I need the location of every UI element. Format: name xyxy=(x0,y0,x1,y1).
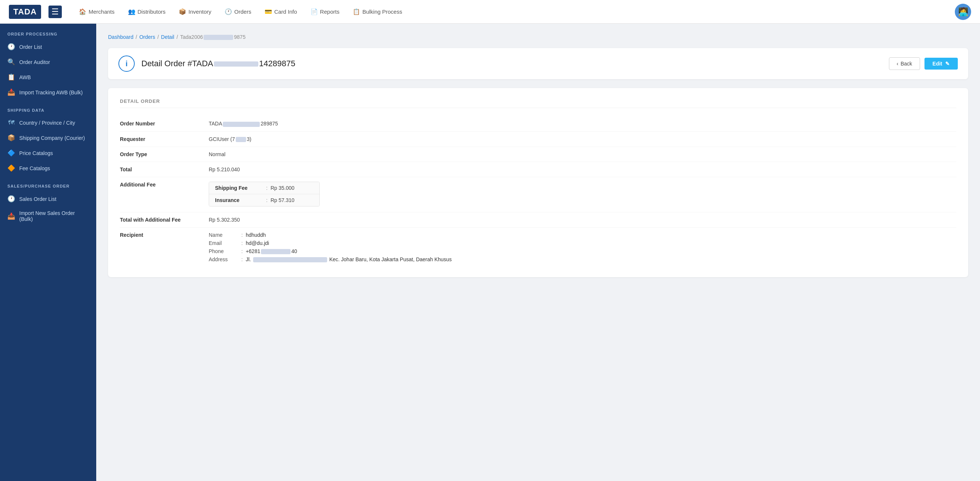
recipient-email-row: Email : hd@du.jdi xyxy=(209,240,956,246)
label-order-type: Order Type xyxy=(120,151,209,157)
detail-row-order-type: Order Type Normal xyxy=(120,147,956,162)
country-province-city-label: Country / Province / City xyxy=(19,120,75,126)
reports-icon: 📄 xyxy=(310,8,318,15)
breadcrumb: Dashboard / Orders / Detail / Tada200698… xyxy=(108,34,968,40)
price-catalogs-label: Price Catalogs xyxy=(19,150,53,156)
topnav-link-distributors[interactable]: 👥Distributors xyxy=(123,5,171,18)
topnav-link-card-info[interactable]: 💳Card Info xyxy=(259,5,302,18)
layout: ORDER PROCESSING🕐Order List🔍Order Audito… xyxy=(0,24,980,481)
inventory-icon: 📦 xyxy=(179,8,186,15)
sidebar: ORDER PROCESSING🕐Order List🔍Order Audito… xyxy=(0,24,96,481)
detail-row-additional-fee: Additional Fee Shipping Fee : Rp 35.000 … xyxy=(120,177,956,213)
recipient-address-val: Jl. Kec. Johar Baru, Kota Jakarta Pusat,… xyxy=(246,256,452,262)
hamburger-button[interactable]: ☰ xyxy=(48,6,62,18)
value-requester: GCIUser (73) xyxy=(209,136,956,142)
fee-sep-1: : xyxy=(266,185,267,191)
main-content: Dashboard / Orders / Detail / Tada200698… xyxy=(96,24,980,481)
orders-label: Orders xyxy=(234,8,251,15)
recipient-phone-row: Phone : +628140 xyxy=(209,248,956,254)
back-label: Back xyxy=(900,61,912,67)
sidebar-item-price-catalogs[interactable]: 🔷Price Catalogs xyxy=(0,145,96,160)
avatar[interactable]: 🧑‍💻 xyxy=(955,4,971,20)
reports-label: Reports xyxy=(320,8,340,15)
card-info-icon: 💳 xyxy=(265,8,272,15)
card-info-label: Card Info xyxy=(274,8,297,15)
topnav-link-bulking-process[interactable]: 📋Bulking Process xyxy=(347,5,407,18)
topnav: TADA ☰ 🏠Merchants👥Distributors📦Inventory… xyxy=(0,0,980,24)
value-additional-fee: Shipping Fee : Rp 35.000 Insurance : Rp … xyxy=(209,182,956,208)
recipient-email-key: Email xyxy=(209,240,238,246)
sidebar-item-import-new-sales-order[interactable]: 📥Import New Sales Order (Bulk) xyxy=(0,206,96,226)
import-new-sales-order-icon: 📥 xyxy=(7,213,15,220)
breadcrumb-sep-3: / xyxy=(177,34,178,40)
detail-card: DETAIL ORDER Order Number TADA289875 Req… xyxy=(108,88,968,277)
topnav-link-merchants[interactable]: 🏠Merchants xyxy=(74,5,119,18)
value-total-with-fee: Rp 5.302.350 xyxy=(209,217,956,223)
distributors-label: Distributors xyxy=(138,8,166,15)
sidebar-item-import-tracking-awb[interactable]: 📥Import Tracking AWB (Bulk) xyxy=(0,85,96,100)
breadcrumb-current: Tada20069875 xyxy=(180,34,246,40)
label-order-number: Order Number xyxy=(120,121,209,127)
recipient-grid: Name : hdhuddh Email : hd@du.jdi Phone : xyxy=(209,232,956,263)
fee-insurance-label: Insurance xyxy=(215,197,263,203)
recipient-name-val: hdhuddh xyxy=(246,232,266,238)
back-button[interactable]: ‹ Back xyxy=(889,57,920,70)
recipient-address-sep: : xyxy=(241,256,243,262)
breadcrumb-sep-1: / xyxy=(136,34,137,40)
recipient-phone-sep: : xyxy=(241,248,243,254)
merchants-icon: 🏠 xyxy=(79,8,86,15)
detail-row-recipient: Recipient Name : hdhuddh Email : hd@du.j… xyxy=(120,227,956,267)
awb-label: AWB xyxy=(19,75,31,80)
breadcrumb-dashboard[interactable]: Dashboard xyxy=(108,34,134,40)
breadcrumb-orders[interactable]: Orders xyxy=(139,34,155,40)
sidebar-section-shipping-data: SHIPPING DATA xyxy=(0,100,96,116)
label-total-with-fee: Total with Additional Fee xyxy=(120,217,209,223)
sidebar-item-fee-catalogs[interactable]: 🔶Fee Catalogs xyxy=(0,160,96,176)
fee-catalogs-label: Fee Catalogs xyxy=(19,165,50,171)
value-recipient: Name : hdhuddh Email : hd@du.jdi Phone : xyxy=(209,232,956,263)
sidebar-item-order-list[interactable]: 🕐Order List xyxy=(0,39,96,54)
label-additional-fee: Additional Fee xyxy=(120,182,209,187)
recipient-email-val: hd@du.jdi xyxy=(246,240,269,246)
page-title: Detail Order #TADA14289875 xyxy=(142,59,882,68)
edit-icon: ✎ xyxy=(945,61,950,67)
value-total: Rp 5.210.040 xyxy=(209,167,956,172)
topnav-link-orders[interactable]: 🕐Orders xyxy=(220,5,256,18)
label-requester: Requester xyxy=(120,136,209,142)
recipient-address-row: Address : Jl. Kec. Johar Baru, Kota Jaka… xyxy=(209,256,956,262)
country-province-city-icon: 🗺 xyxy=(7,119,15,127)
detail-row-requester: Requester GCIUser (73) xyxy=(120,132,956,147)
sidebar-item-country-province-city[interactable]: 🗺Country / Province / City xyxy=(0,116,96,130)
fee-insurance-value: Rp 57.310 xyxy=(270,197,294,203)
brand-logo: TADA xyxy=(9,5,41,19)
back-chevron-icon: ‹ xyxy=(897,61,899,67)
brand-area: TADA ☰ xyxy=(9,5,62,19)
order-list-icon: 🕐 xyxy=(7,43,15,51)
import-tracking-awb-icon: 📥 xyxy=(7,89,15,96)
sales-order-list-icon: 🕐 xyxy=(7,195,15,203)
header-actions: ‹ Back Edit ✎ xyxy=(889,57,958,70)
sidebar-item-awb[interactable]: 📋AWB xyxy=(0,70,96,85)
order-list-label: Order List xyxy=(19,44,42,50)
fee-shipping-value: Rp 35.000 xyxy=(270,185,294,191)
topnav-link-inventory[interactable]: 📦Inventory xyxy=(173,5,216,18)
topnav-link-reports[interactable]: 📄Reports xyxy=(305,5,345,18)
breadcrumb-detail[interactable]: Detail xyxy=(161,34,174,40)
shipping-company-label: Shipping Company (Courier) xyxy=(19,135,85,141)
page-header-card: i Detail Order #TADA14289875 ‹ Back Edit… xyxy=(108,48,968,79)
price-catalogs-icon: 🔷 xyxy=(7,149,15,157)
fee-shipping-label: Shipping Fee xyxy=(215,185,263,191)
edit-button[interactable]: Edit ✎ xyxy=(924,58,958,70)
recipient-address-key: Address xyxy=(209,256,238,262)
detail-row-total-with-fee: Total with Additional Fee Rp 5.302.350 xyxy=(120,213,956,227)
sales-order-list-label: Sales Order List xyxy=(19,196,56,202)
sidebar-section-order-processing: ORDER PROCESSING xyxy=(0,24,96,39)
import-new-sales-order-label: Import New Sales Order (Bulk) xyxy=(19,210,89,222)
edit-label: Edit xyxy=(932,61,942,67)
info-icon: i xyxy=(118,56,135,72)
sidebar-item-shipping-company[interactable]: 📦Shipping Company (Courier) xyxy=(0,130,96,145)
sidebar-item-sales-order-list[interactable]: 🕐Sales Order List xyxy=(0,191,96,206)
sidebar-item-order-auditor[interactable]: 🔍Order Auditor xyxy=(0,54,96,70)
fee-sep-2: : xyxy=(266,197,267,203)
import-tracking-awb-label: Import Tracking AWB (Bulk) xyxy=(19,89,83,95)
